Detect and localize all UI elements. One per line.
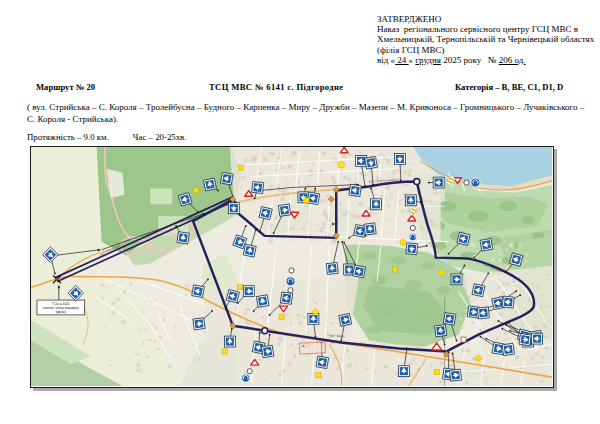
svg-text:вул. Миру: вул. Миру [329, 334, 345, 339]
svg-text:(фініш): (фініш) [56, 310, 66, 314]
